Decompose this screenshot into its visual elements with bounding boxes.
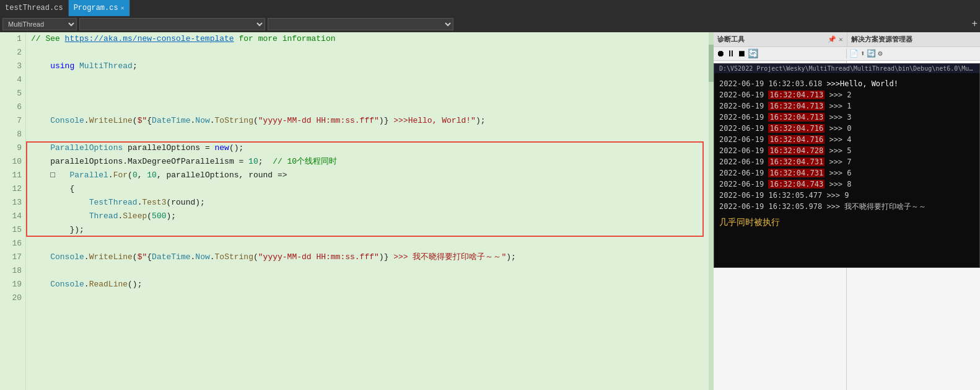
- tab-testthread[interactable]: testThread.cs: [0, 0, 69, 16]
- console-line-10: 2022-06-19 16:32:04.743 >>> 8: [719, 179, 974, 190]
- line-num-17: 17: [0, 250, 25, 264]
- code-line-12: {: [31, 182, 704, 196]
- console-line-12: 2022-06-19 16:32:05.978 >>> 我不晓得要打印啥子～～: [719, 201, 974, 212]
- line-num-5: 5: [0, 87, 25, 100]
- code-line-6: [31, 100, 704, 114]
- code-line-9: ParallelOptions parallelOptions = new();: [31, 141, 704, 155]
- diag-toolbar: ⏺ ⏸ ⏹ 🔄: [714, 48, 847, 59]
- editor-area: 1 2 3 4 5 6 7 8 9 10 11 12 13 14 15 16 1…: [0, 32, 714, 390]
- code-line-3: using MultiThread;: [31, 60, 704, 73]
- code-line-17: Console.WriteLine($"{DateTime.Now.ToStri…: [31, 250, 704, 264]
- line-num-20: 20: [0, 291, 25, 305]
- line-num-15: 15: [0, 223, 25, 237]
- code-line-5: [31, 87, 704, 100]
- line-num-12: 12: [0, 182, 25, 196]
- main-area: 1 2 3 4 5 6 7 8 9 10 11 12 13 14 15 16 1…: [0, 32, 980, 390]
- code-line-13: TestThread.Test3(round);: [31, 196, 704, 210]
- console-panel: D:\VS2022_Project\Wesky\MultiThread\Mult…: [714, 63, 980, 268]
- code-line-16: [31, 237, 704, 250]
- line-num-4: 4: [0, 73, 25, 87]
- diag-toolbar-btn2[interactable]: ⏸: [727, 49, 735, 59]
- code-line-19: Console.ReadLine();: [31, 278, 704, 291]
- tab-close-icon[interactable]: ✕: [121, 4, 125, 12]
- line-num-19: 19: [0, 278, 25, 291]
- code-line-8: [31, 128, 704, 141]
- line-num-8: 8: [0, 128, 25, 141]
- diagnostics-panel-header: 诊断工具 📌 ✕: [714, 32, 847, 47]
- console-line-11: 2022-06-19 16:32:05.477 >>> 9: [719, 190, 974, 201]
- tab-label: Program.cs: [74, 4, 118, 12]
- tab-program[interactable]: Program.cs ✕: [69, 0, 130, 16]
- console-title-bar: D:\VS2022_Project\Wesky\MultiThread\Mult…: [714, 64, 979, 73]
- sol-toolbar-btn1[interactable]: 📄: [849, 49, 859, 58]
- sol-toolbar-btn2[interactable]: ⬆: [860, 49, 865, 58]
- console-line-3: 2022-06-19 16:32:04.713 >>> 1: [719, 100, 974, 112]
- console-line-4: 2022-06-19 16:32:04.713 >>> 3: [719, 112, 974, 123]
- sol-toolbar-btn3[interactable]: 🔄: [867, 49, 876, 58]
- diag-toolbar-btn4[interactable]: 🔄: [748, 48, 758, 59]
- method-dropdown[interactable]: [79, 18, 265, 30]
- tab-label: testThread.cs: [5, 4, 63, 12]
- console-line-1: 2022-06-19 16:32:03.618 >>>Hello, World!: [719, 78, 974, 89]
- code-line-7: Console.WriteLine($"{DateTime.Now.ToStri…: [31, 114, 704, 128]
- code-line-14: Thread.Sleep(500);: [31, 210, 704, 223]
- solution-panel-header: 解决方案资源管理器: [847, 32, 981, 47]
- line-num-13: 13: [0, 196, 25, 210]
- diag-pin-icon[interactable]: 📌: [828, 35, 836, 43]
- line-num-6: 6: [0, 100, 25, 114]
- code-line-18: [31, 264, 704, 278]
- solution-toolbar: 📄 ⬆ 🔄 ⚙: [847, 49, 980, 58]
- console-comment: 几乎同时被执行: [719, 217, 974, 228]
- line-num-9: 9: [0, 141, 25, 155]
- type-dropdown[interactable]: [268, 18, 453, 30]
- editor-scrollbar[interactable]: [709, 32, 714, 390]
- console-line-5: 2022-06-19 16:32:04.716 >>> 0: [719, 123, 974, 134]
- diag-toolbar-btn1[interactable]: ⏺: [716, 49, 725, 59]
- line-num-7: 7: [0, 114, 25, 128]
- diag-toolbar-btn3[interactable]: ⏹: [737, 49, 746, 59]
- diag-close-icon[interactable]: ✕: [839, 35, 843, 43]
- line-num-10: 10: [0, 155, 25, 169]
- console-line-8: 2022-06-19 16:32:04.731 >>> 7: [719, 156, 974, 167]
- code-line-1: // See https://aka.ms/new-console-templa…: [31, 32, 704, 46]
- code-content[interactable]: // See https://aka.ms/new-console-templa…: [26, 32, 709, 390]
- line-numbers: 1 2 3 4 5 6 7 8 9 10 11 12 13 14 15 16 1…: [0, 32, 26, 390]
- console-line-2: 2022-06-19 16:32:04.713 >>> 2: [719, 89, 974, 100]
- line-num-14: 14: [0, 210, 25, 223]
- code-line-11: □ Parallel.For(0, 10, parallelOptions, r…: [31, 169, 704, 182]
- line-num-1: 1: [0, 32, 25, 46]
- code-line-15: });: [31, 223, 704, 237]
- code-line-2: [31, 46, 704, 60]
- line-num-2: 2: [0, 46, 25, 60]
- console-path: D:\VS2022_Project\Wesky\MultiThread\Mult…: [719, 65, 974, 72]
- toolbar: MultiThread +: [0, 16, 980, 32]
- sol-toolbar-btn4[interactable]: ⚙: [878, 49, 882, 58]
- code-line-20: [31, 291, 704, 305]
- namespace-dropdown[interactable]: MultiThread: [2, 18, 77, 30]
- scrollbar-thumb: [709, 45, 714, 82]
- line-num-16: 16: [0, 237, 25, 250]
- line-num-11: 11: [0, 169, 25, 182]
- tab-bar: testThread.cs Program.cs ✕: [0, 0, 980, 16]
- toolbar-right: +: [971, 19, 978, 30]
- code-line-10: parallelOptions.MaxDegreeOfParallelism =…: [31, 155, 704, 169]
- line-num-3: 3: [0, 60, 25, 73]
- console-line-7: 2022-06-19 16:32:04.728 >>> 5: [719, 145, 974, 156]
- console-line-9: 2022-06-19 16:32:04.731 >>> 6: [719, 167, 974, 179]
- console-line-6: 2022-06-19 16:32:04.716 >>> 4: [719, 134, 974, 145]
- code-line-4: [31, 73, 704, 87]
- add-panel-button[interactable]: +: [971, 19, 978, 30]
- line-num-18: 18: [0, 264, 25, 278]
